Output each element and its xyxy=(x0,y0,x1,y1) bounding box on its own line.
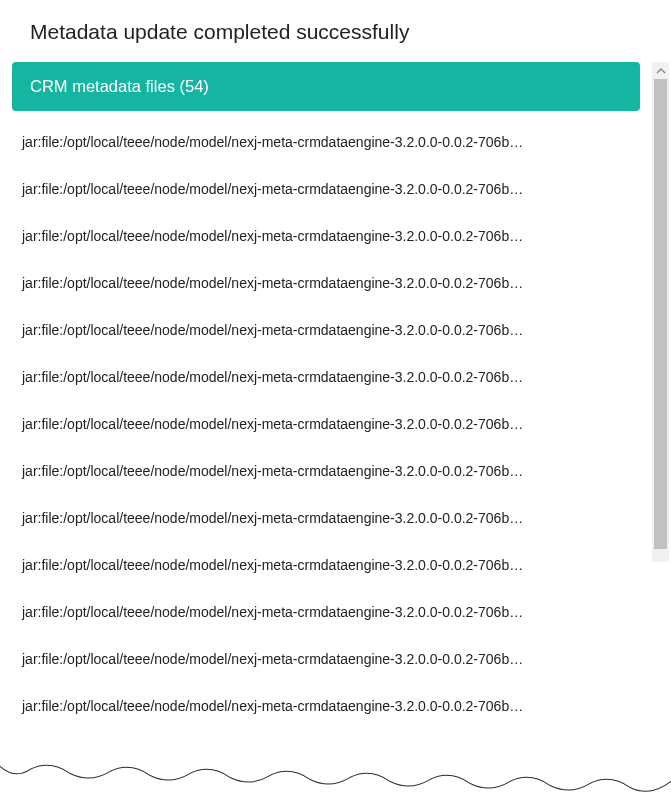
list-item[interactable]: jar:file:/opt/local/teee/node/model/nexj… xyxy=(18,119,634,166)
list-item[interactable]: jar:file:/opt/local/teee/node/model/nexj… xyxy=(18,683,634,730)
list-item[interactable]: jar:file:/opt/local/teee/node/model/nexj… xyxy=(18,495,634,542)
dialog-container: Metadata update completed successfully C… xyxy=(0,0,671,802)
list-item[interactable]: jar:file:/opt/local/teee/node/model/nexj… xyxy=(18,542,634,589)
page-title: Metadata update completed successfully xyxy=(0,0,671,62)
list-item[interactable]: jar:file:/opt/local/teee/node/model/nexj… xyxy=(18,636,634,683)
scrollbar-thumb[interactable] xyxy=(654,79,667,549)
list-item[interactable]: jar:file:/opt/local/teee/node/model/nexj… xyxy=(18,260,634,307)
list-item[interactable]: jar:file:/opt/local/teee/node/model/nexj… xyxy=(18,354,634,401)
file-list: jar:file:/opt/local/teee/node/model/nexj… xyxy=(12,119,640,730)
torn-edge-decoration xyxy=(0,752,671,802)
list-item[interactable]: jar:file:/opt/local/teee/node/model/nexj… xyxy=(18,166,634,213)
list-item[interactable]: jar:file:/opt/local/teee/node/model/nexj… xyxy=(18,448,634,495)
list-item[interactable]: jar:file:/opt/local/teee/node/model/nexj… xyxy=(18,307,634,354)
chevron-up-icon[interactable] xyxy=(652,62,669,79)
list-item[interactable]: jar:file:/opt/local/teee/node/model/nexj… xyxy=(18,401,634,448)
scrollbar[interactable] xyxy=(652,62,669,562)
section-header[interactable]: CRM metadata files (54) xyxy=(12,62,640,111)
content-area: CRM metadata files (54) jar:file:/opt/lo… xyxy=(0,62,652,730)
list-item[interactable]: jar:file:/opt/local/teee/node/model/nexj… xyxy=(18,589,634,636)
content-wrapper: CRM metadata files (54) jar:file:/opt/lo… xyxy=(0,62,671,730)
list-item[interactable]: jar:file:/opt/local/teee/node/model/nexj… xyxy=(18,213,634,260)
